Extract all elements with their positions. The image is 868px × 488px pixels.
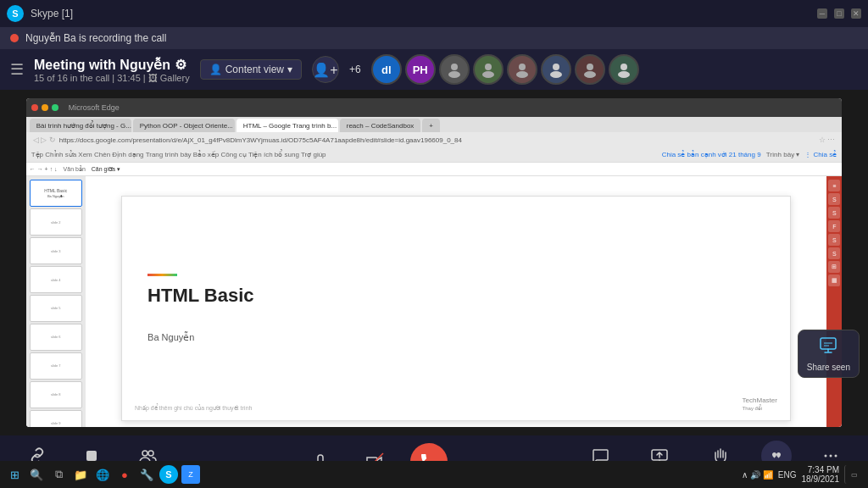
minimize-button[interactable]: ─ xyxy=(817,8,827,19)
svg-point-8 xyxy=(587,64,593,70)
svg-point-4 xyxy=(519,64,526,70)
browser-close[interactable] xyxy=(31,104,38,111)
svg-point-7 xyxy=(550,71,562,78)
sidebar-icon-2[interactable]: S xyxy=(828,193,840,205)
skype-taskbar-icon[interactable]: S xyxy=(159,465,178,484)
format-toolbar: ← → + ↑ ↓ Văn bản Căn giữa ▾ xyxy=(26,163,843,176)
slide-thumb-8[interactable]: slide 8 xyxy=(30,381,82,408)
browser-tab-3[interactable]: HTML – Google Trang trình b... xyxy=(236,119,338,132)
svg-point-9 xyxy=(584,71,596,78)
title-bar-left: S Skype [1] xyxy=(7,5,73,22)
svg-point-2 xyxy=(485,64,492,70)
title-bar-controls[interactable]: ─ □ ✕ xyxy=(817,8,861,19)
title-bar: S Skype [1] ─ □ ✕ xyxy=(0,0,868,27)
avatar-5 xyxy=(507,54,537,85)
search-taskbar-icon[interactable]: 🔍 xyxy=(27,465,46,484)
zoom-icon[interactable]: Z xyxy=(181,465,200,484)
close-button[interactable]: ✕ xyxy=(851,8,861,19)
browser-max[interactable] xyxy=(52,104,58,111)
svg-point-1 xyxy=(448,71,460,78)
slide-thumb-3[interactable]: slide 3 xyxy=(30,237,82,264)
slides-area: HTML BasicBa Nguyễn slide 2 slide 3 slid… xyxy=(26,176,843,427)
top-nav: ☰ Meeting with Nguyễn ⚙ 15 of 16 in the … xyxy=(0,49,868,90)
sys-tray-icons: ∧ 🔊 📶 xyxy=(742,470,773,480)
sidebar-icon-1[interactable]: ≡ xyxy=(828,180,840,191)
plus-count: +6 xyxy=(349,64,361,75)
slide-thumb-9[interactable]: slide 9 xyxy=(30,410,82,427)
add-people-button[interactable]: 👤+ xyxy=(312,56,339,83)
avatar-4 xyxy=(473,54,504,85)
hamburger-icon[interactable]: ☰ xyxy=(10,60,24,79)
slide-logo: TechMaster Thay đổi xyxy=(743,396,777,412)
slide-thumb-1[interactable]: HTML BasicBa Nguyễn xyxy=(30,180,82,207)
recording-banner: Nguyễn Ba is recording the call xyxy=(0,27,868,49)
browser-tab-5[interactable]: + xyxy=(422,119,440,132)
title-bar-text: Skype [1] xyxy=(31,8,73,19)
svg-point-23 xyxy=(835,455,837,458)
recording-dot xyxy=(10,34,19,42)
slide-thumb-2[interactable]: slide 2 xyxy=(30,208,82,236)
browser-tab-4[interactable]: reach – CodeSandbox xyxy=(340,119,421,132)
taskbar-left: ⊞ 🔍 ⧉ 📁 🌐 ● 🔧 S Z xyxy=(5,465,200,484)
slide-thumb-5[interactable]: slide 5 xyxy=(30,295,82,322)
chrome-icon[interactable]: ● xyxy=(115,465,134,484)
vscode-icon[interactable]: 🔧 xyxy=(137,465,156,484)
slide-thumb-6[interactable]: slide 6 xyxy=(30,324,82,351)
browser-window: Microsoft Edge Bài trình hướng đổi tượng… xyxy=(26,98,843,427)
taskbar-right: ∧ 🔊 📶 ENG 7:34 PM 18/9/2021 ▭ xyxy=(742,465,863,484)
browser-addressbar[interactable]: ◁ ▷ ↻ https://docs.google.com/presentati… xyxy=(26,132,843,147)
right-sidebar: ≡ S S F S S ⊞ ▦ xyxy=(826,176,842,427)
avatar-ph: PH xyxy=(405,54,436,85)
address-text[interactable]: https://docs.google.com/presentation/d/e… xyxy=(59,136,815,144)
browser-toolbar: Tệp Chỉnh sửa Xem Chèn Định dạng Trang t… xyxy=(26,147,843,163)
sidebar-icon-6[interactable]: S xyxy=(828,247,840,259)
slide-thumb-7[interactable]: slide 7 xyxy=(30,352,82,380)
svg-point-5 xyxy=(516,71,528,78)
task-view-icon[interactable]: ⧉ xyxy=(49,465,68,484)
slide-thumb-4[interactable]: slide 4 xyxy=(30,266,82,293)
edge-browser-icon[interactable]: 🌐 xyxy=(93,465,112,484)
svg-point-15 xyxy=(148,451,153,456)
slide-footer: Nhấp để thêm ghi chú của người thuyết tr… xyxy=(135,405,252,412)
svg-point-22 xyxy=(830,455,832,458)
sidebar-icon-5[interactable]: S xyxy=(828,234,840,246)
show-desktop-button[interactable]: ▭ xyxy=(844,465,863,484)
slide-accent-bar xyxy=(147,274,177,276)
slide-content: HTML Basic Ba Nguyễn Nhấp để thêm ghi ch… xyxy=(121,196,791,421)
meeting-title: Meeting with Nguyễn ⚙ xyxy=(34,57,190,73)
browser-min[interactable] xyxy=(42,104,48,111)
sidebar-icon-3[interactable]: S xyxy=(828,207,840,219)
share-seen-icon xyxy=(818,336,838,360)
browser-tabs[interactable]: Bài trình hướng đổi tượng - G... Python … xyxy=(26,117,843,132)
slides-sidebar[interactable]: HTML BasicBa Nguyễn slide 2 slide 3 slid… xyxy=(26,176,86,427)
taskbar-clock: 7:34 PM 18/9/2021 xyxy=(802,465,840,484)
meeting-title-group: Meeting with Nguyễn ⚙ 15 of 16 in the ca… xyxy=(34,57,190,83)
browser-tab-2[interactable]: Python OOP - Object Oriente... xyxy=(133,119,235,132)
svg-point-10 xyxy=(620,64,627,70)
browser-titlebar: Microsoft Edge xyxy=(26,98,843,117)
browser-tab-1[interactable]: Bài trình hướng đổi tượng - G... xyxy=(30,119,131,132)
sidebar-icon-4[interactable]: F xyxy=(828,220,840,232)
svg-point-11 xyxy=(618,71,630,78)
sidebar-icon-7[interactable]: ⊞ xyxy=(828,261,840,273)
slide-main: HTML Basic Ba Nguyễn Nhấp để thêm ghi ch… xyxy=(86,176,827,427)
avatar-dl: dl xyxy=(371,54,402,85)
windows-start-button[interactable]: ⊞ xyxy=(5,465,24,484)
svg-point-14 xyxy=(142,451,147,456)
svg-point-21 xyxy=(825,455,827,458)
sidebar-icon-8[interactable]: ▦ xyxy=(828,274,840,286)
main-content: Microsoft Edge Bài trình hướng đổi tượng… xyxy=(0,90,868,435)
meeting-info: 15 of 16 in the call | 31:45 | 🖼 Gallery xyxy=(34,73,190,83)
maximize-button[interactable]: □ xyxy=(834,8,844,19)
participant-avatars: dl PH xyxy=(371,54,639,85)
svg-point-6 xyxy=(553,64,559,70)
file-explorer-icon[interactable]: 📁 xyxy=(71,465,90,484)
avatar-6 xyxy=(541,54,571,85)
svg-rect-13 xyxy=(86,451,97,461)
share-seen-badge: Share seen xyxy=(798,330,860,378)
content-view-button[interactable]: 👤 Content view ▾ xyxy=(200,59,302,80)
svg-point-0 xyxy=(451,64,458,70)
language-indicator: ENG xyxy=(778,470,797,480)
slide-title: HTML Basic xyxy=(147,285,254,307)
slide-author: Ba Nguyễn xyxy=(147,332,194,343)
